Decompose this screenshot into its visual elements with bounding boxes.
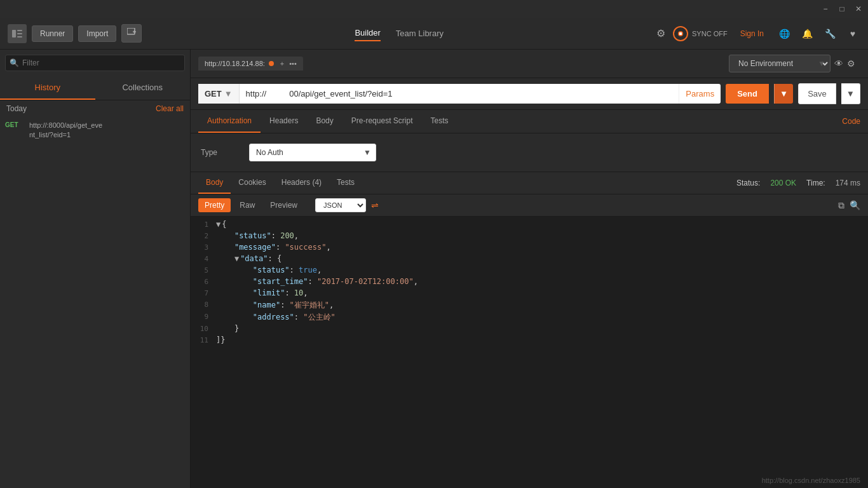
svg-rect-4 [127,28,135,34]
params-button[interactable]: Params [679,84,721,104]
code-line: 11 ]} [191,335,868,346]
history-tab[interactable]: History [0,76,95,100]
code-line: 2 "status": 200, [191,231,868,242]
tab-authorization[interactable]: Authorization [198,110,261,133]
request-tab-indicator[interactable]: http://10.18.214.88: + ••• [198,57,303,71]
code-line: 1 ▼{ [191,219,868,231]
tab-menu-icon[interactable]: ••• [289,60,297,67]
tab-pre-request[interactable]: Pre-request Script [342,110,422,133]
resp-tab-body[interactable]: Body [198,172,231,194]
svg-rect-1 [17,30,22,31]
bell-icon[interactable]: 🔔 [799,26,815,41]
history-item[interactable]: GET http://:8000/api/get_eve nt_list/?ei… [0,117,190,144]
globe-icon[interactable]: 🌐 [776,26,792,41]
clear-all-button[interactable]: Clear all [156,104,184,113]
new-tab-button[interactable] [121,24,142,43]
status-value: 200 OK [770,179,796,187]
code-link[interactable]: Code [842,117,860,126]
import-button[interactable]: Import [78,25,116,42]
status-label: Status: [736,179,760,187]
time-label: Time: [806,179,825,187]
save-button[interactable]: Save [798,83,836,104]
team-library-nav[interactable]: Team Library [396,26,444,41]
sync-label: SYNC OFF [692,30,728,37]
resp-tab-cookies[interactable]: Cookies [231,172,273,194]
sign-in-button[interactable]: Sign In [735,27,769,41]
svg-rect-8 [679,32,682,35]
svg-rect-2 [17,33,22,34]
builder-nav[interactable]: Builder [355,25,380,41]
search-icon: 🔍 [10,58,19,67]
history-url: http://:8000/api/get_eve [29,121,102,130]
tab-headers[interactable]: Headers [261,110,307,133]
code-line: 5 "status": true, [191,265,868,276]
sidebar: 🔍 History Collections Today Clear all GE… [0,50,191,488]
code-line: 6 "start_time": "2017-07-02T12:00:00", [191,276,868,288]
sync-icon [673,26,688,41]
raw-button[interactable]: Raw [233,198,261,212]
svg-rect-0 [12,30,16,37]
env-settings-icon[interactable]: ⚙ [847,58,855,69]
code-line: 3 "message": "success", [191,242,868,254]
svg-rect-3 [17,36,22,37]
status-info: Status: 200 OK Time: 174 ms [736,179,860,187]
search-code-icon[interactable]: 🔍 [850,200,860,211]
auth-section: Type No Auth Bearer Token Basic Auth Dig… [191,133,868,172]
maximize-button[interactable]: □ [837,4,846,13]
sidebar-tabs: History Collections [0,76,190,100]
time-value: 174 ms [836,179,860,187]
method-value: GET [205,89,222,98]
word-wrap-icon[interactable]: ⇌ [371,200,379,210]
sidebar-toggle-button[interactable] [8,24,27,43]
tab-body[interactable]: Body [307,110,342,133]
sync-button[interactable]: SYNC OFF [673,26,728,41]
pretty-button[interactable]: Pretty [198,198,231,212]
code-area[interactable]: 1 ▼{ 2 "status": 200, 3 "message": "succ… [191,217,868,488]
response-tabs-bar: Body Cookies Headers (4) Tests Status: 2… [191,172,868,194]
close-button[interactable]: ✕ [854,4,863,13]
env-eye-icon[interactable]: 👁 [834,58,843,69]
favorites-icon[interactable]: ♥ [845,26,860,41]
code-line: 8 "name": "崔宇婚礼", [191,299,868,311]
tab-add-icon[interactable]: + [280,60,284,67]
send-dropdown-button[interactable]: ▼ [774,84,793,104]
env-bar: No Environment ▼ 👁 ⚙ [724,55,860,72]
url-row: GET ▼ Params Send ▼ Save ▼ [191,78,868,110]
format-select[interactable]: JSON XML HTML Text [315,198,366,212]
history-url-2: nt_list/?eid=1 [29,130,102,140]
minimize-button[interactable]: − [821,4,830,13]
send-button[interactable]: Send [726,84,769,104]
top-toolbar: Runner Import Builder Team Library ⚙ SYN… [0,18,868,50]
code-line: 4 ▼"data": { [191,254,868,265]
type-label: Type [201,148,239,157]
collections-tab[interactable]: Collections [95,76,191,100]
url-input[interactable] [240,84,679,104]
resp-tab-tests[interactable]: Tests [329,172,362,194]
filter-input[interactable] [5,55,185,71]
url-bar: GET ▼ Params [198,84,721,104]
settings-icon[interactable]: ⚙ [656,27,665,39]
request-bar: http://10.18.214.88: + ••• No Environmen… [191,50,868,78]
runner-button[interactable]: Runner [32,25,73,42]
code-line: 7 "limit": 10, [191,288,868,299]
environment-select[interactable]: No Environment [729,55,831,72]
body-viewer: Pretty Raw Preview JSON XML HTML Text ⇌ … [191,194,868,488]
body-toolbar: Pretty Raw Preview JSON XML HTML Text ⇌ … [191,194,868,217]
response-area: Body Cookies Headers (4) Tests Status: 2… [191,172,868,488]
copy-icon[interactable]: ⧉ [838,200,844,211]
body-toolbar-right: ⧉ 🔍 [838,200,860,211]
main-layout: 🔍 History Collections Today Clear all GE… [0,50,868,488]
method-dropdown-arrow: ▼ [224,89,233,98]
modified-indicator [269,61,274,66]
settings-wrench-icon[interactable]: 🔧 [822,26,837,41]
request-tabs: Authorization Headers Body Pre-request S… [191,110,868,133]
tab-tests[interactable]: Tests [421,110,457,133]
auth-type-select[interactable]: No Auth Bearer Token Basic Auth Digest A… [249,144,376,161]
method-select[interactable]: GET ▼ [198,84,240,104]
method-badge: GET [5,121,24,128]
content-area: http://10.18.214.88: + ••• No Environmen… [191,50,868,488]
resp-tab-headers[interactable]: Headers (4) [274,172,329,194]
tab-url-text: http://10.18.214.88: [205,60,265,67]
save-dropdown-button[interactable]: ▼ [841,83,860,104]
preview-button[interactable]: Preview [264,198,304,212]
